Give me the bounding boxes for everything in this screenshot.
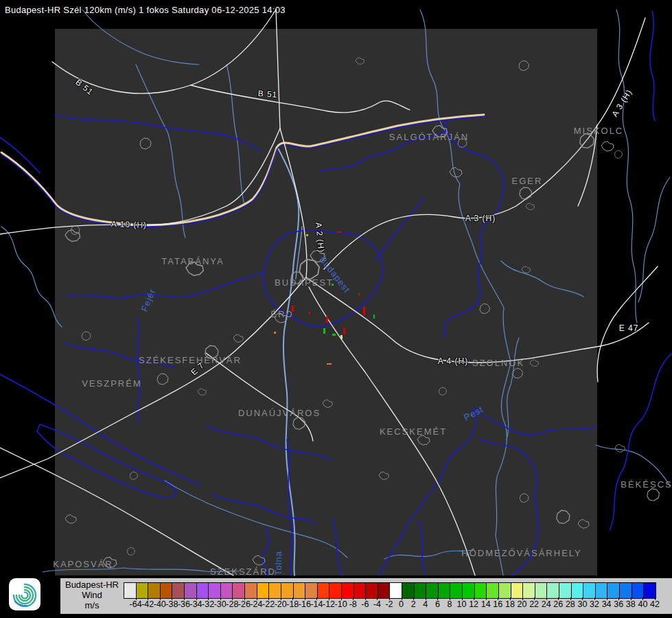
legend-cell	[342, 583, 354, 598]
city-label-miskolc: MISKOLC	[574, 126, 624, 136]
legend-cell	[523, 583, 535, 598]
legend-cell	[148, 583, 161, 598]
radar-echo	[327, 363, 332, 365]
city-label-kaposvr: KAPOSVÁR	[53, 559, 113, 569]
legend-cell	[426, 583, 439, 598]
city-label-budapest: BUDAPEST	[275, 277, 334, 288]
radar-echo	[323, 328, 325, 334]
legend-cell	[583, 583, 596, 598]
legend-cell	[607, 583, 620, 598]
legend-cell	[305, 583, 318, 598]
radar-echo	[306, 234, 308, 236]
legend-cell	[644, 583, 656, 598]
city-label-dunajvros: DUNAÚJVÁROS	[238, 408, 321, 418]
city-label-veszprm: VESZPRÉM	[82, 378, 142, 389]
legend-cell	[245, 583, 257, 598]
city-label-eger: EGER	[512, 176, 543, 186]
legend-cell	[209, 583, 221, 598]
legend-brand: Budapest-HR Wind m/s	[62, 580, 122, 610]
road-label: A 10 (H)	[111, 219, 147, 230]
radar-echo	[340, 335, 343, 339]
legend-cell	[378, 583, 391, 598]
radar-echo	[332, 334, 336, 336]
city-label-kecskemt: KECSKEMÉT	[380, 426, 447, 437]
legend-cell	[511, 583, 524, 598]
city-label-szkesfehrvr: SZÉKESFEHÉRVÁR	[139, 355, 242, 365]
legend-cell	[281, 583, 294, 598]
legend-cell	[439, 583, 451, 598]
road-label: B 51	[257, 89, 278, 100]
legend-brand-line3: m/s	[62, 600, 122, 610]
legend-cell	[233, 583, 245, 598]
legend-cell	[197, 583, 209, 598]
city-label-salgtarjn: SALGÓTARJÁN	[389, 132, 469, 142]
radar-echo	[373, 314, 375, 319]
legend-cell	[185, 583, 197, 598]
legend-cell	[137, 583, 149, 598]
spiral-icon	[11, 581, 38, 608]
legend-cell	[161, 583, 173, 598]
radar-echo	[343, 328, 345, 334]
radar-echo	[363, 307, 365, 315]
radar-app-window: SALGÓTARJÁNMISKOLCEGERTATABÁNYABUDAPESTÉ…	[0, 0, 672, 618]
legend-cell	[329, 583, 342, 598]
legend-cell	[620, 583, 632, 598]
radar-echo	[309, 312, 310, 314]
met-service-logo	[9, 578, 40, 610]
city-label-szolnok: SZOLNOK	[472, 358, 524, 368]
city-label-hdmezvsrhely: HÓDMEZŐVÁSÁRHELY	[461, 548, 582, 558]
legend-cell	[402, 583, 415, 598]
legend-cell	[390, 583, 402, 598]
legend-cell	[547, 583, 559, 598]
city-label-tatabnya: TATABÁNYA	[161, 256, 224, 266]
wind-radar-map	[0, 0, 672, 618]
road-label: A 4 (H)	[438, 356, 468, 366]
wind-speed-colorbar	[124, 582, 656, 599]
legend-brand-line2: Wind	[62, 590, 122, 600]
legend-cell	[487, 583, 499, 598]
legend-cell	[535, 583, 548, 598]
legend-cell	[596, 583, 608, 598]
legend-cell	[499, 583, 511, 598]
city-label-bkscsaba: BÉKÉSCSABA	[621, 479, 672, 490]
county-label: Tolna	[273, 551, 283, 575]
road-label: E 47	[619, 323, 639, 333]
legend-cell	[124, 583, 137, 598]
legend-cell	[450, 583, 463, 598]
radar-echo	[337, 231, 341, 233]
legend-cell	[475, 583, 487, 598]
radar-echo	[274, 332, 276, 334]
legend-cell	[415, 583, 427, 598]
legend-brand-line1: Budapest-HR	[62, 580, 122, 590]
map-title: Budapest-HR Szél 120km (m/s) 1 fokos Sat…	[5, 5, 286, 15]
legend-cell	[257, 583, 270, 598]
legend-cell	[632, 583, 645, 598]
legend-cell	[294, 583, 306, 598]
legend-cell	[269, 583, 281, 598]
colorbar-tick-label: 42	[645, 599, 665, 609]
legend-cell	[572, 583, 584, 598]
city-label-rd: ÉRD	[270, 309, 293, 319]
legend-cell	[318, 583, 330, 598]
radar-echo	[326, 317, 328, 323]
legend-cell	[354, 583, 367, 598]
city-label-szekszrd: SZEKSZÁRD	[210, 566, 276, 577]
legend-cell	[366, 583, 378, 598]
legend-cell	[221, 583, 233, 598]
radar-echo	[358, 293, 360, 295]
legend-cell	[172, 583, 185, 598]
legend-cell	[559, 583, 572, 598]
road-label: A 3 (H)	[465, 214, 496, 223]
legend-cell	[463, 583, 475, 598]
